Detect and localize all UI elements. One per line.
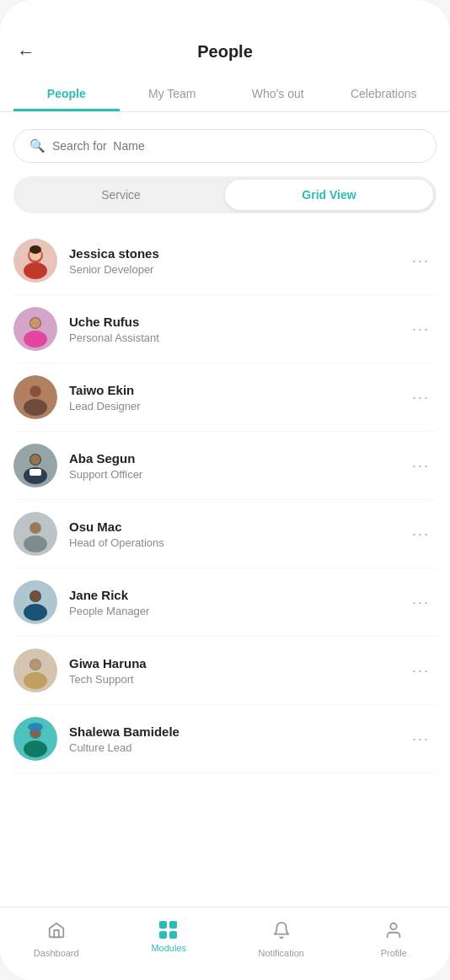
view-toggle: Service Grid View [13,176,437,213]
svg-point-25 [30,591,40,601]
list-item: Shalewa Bamidele Culture Lead ··· [13,705,437,773]
svg-point-35 [391,923,397,929]
person-info: Uche Rufus Personal Assistant [69,315,394,344]
svg-point-24 [24,604,47,621]
svg-rect-17 [29,469,41,476]
more-options-button[interactable]: ··· [405,317,437,342]
svg-point-4 [29,245,41,254]
nav-profile[interactable]: Profile [338,916,451,963]
list-item: Osu Mac Head of Operations ··· [13,500,437,568]
search-icon: 🔍 [29,138,46,153]
app-container: ← People People My Team Who's out Celebr… [0,0,450,980]
list-item: Giwa Haruna Tech Support ··· [13,637,437,705]
svg-point-12 [30,386,40,396]
tab-people[interactable]: People [13,75,120,111]
list-item: Jessica stones Senior Developer ··· [13,227,437,295]
svg-point-20 [24,536,47,552]
nav-notification-label: Notification [259,948,304,958]
svg-point-7 [24,331,47,347]
svg-point-32 [24,740,47,757]
grid-view-toggle-btn[interactable]: Grid View [225,180,433,210]
person-name: Osu Mac [69,520,394,534]
person-name: Taiwo Ekin [69,383,394,397]
avatar [13,444,57,487]
bell-icon [272,921,291,945]
home-icon [47,921,66,945]
more-options-button[interactable]: ··· [405,522,437,547]
svg-point-34 [28,723,43,731]
list-item: Taiwo Ekin Lead Designer ··· [13,363,437,432]
avatar [13,239,57,283]
search-input[interactable] [52,139,421,153]
person-role: Senior Developer [69,263,394,276]
nav-dashboard-label: Dashboard [34,948,79,958]
nav-notification[interactable]: Notification [225,916,338,963]
nav-dashboard[interactable]: Dashboard [0,916,113,963]
svg-point-16 [30,455,40,465]
list-item: Uche Rufus Personal Assistant ··· [13,295,437,363]
bottom-nav: Dashboard Modules Notification [0,907,450,980]
person-info: Jane Rick People Manager [69,588,394,617]
more-options-button[interactable]: ··· [405,659,437,683]
person-info: Giwa Haruna Tech Support [69,656,394,686]
more-options-button[interactable]: ··· [405,249,437,273]
nav-modules-label: Modules [151,943,186,953]
more-options-button[interactable]: ··· [405,454,437,478]
person-name: Jane Rick [69,588,394,602]
person-icon [384,921,403,945]
list-item: Aba Segun Support Officer ··· [13,432,437,500]
search-wrapper: 🔍 [13,129,437,163]
person-role: Lead Designer [69,400,394,412]
more-options-button[interactable]: ··· [405,727,437,751]
header: ← People [0,0,450,75]
person-name: Jessica stones [69,246,394,261]
person-info: Taiwo Ekin Lead Designer [69,383,394,412]
tab-celebrations[interactable]: Celebrations [331,75,437,111]
search-container: 🔍 [0,112,450,173]
person-info: Aba Segun Support Officer [69,451,394,481]
nav-profile-label: Profile [381,948,407,958]
svg-point-8 [30,318,40,328]
svg-point-11 [24,399,47,416]
person-name: Giwa Haruna [69,656,394,670]
avatar [13,375,57,419]
person-name: Uche Rufus [69,315,394,329]
avatar [13,717,57,761]
avatar [13,649,57,692]
more-options-button[interactable]: ··· [405,385,437,410]
svg-point-28 [24,672,47,689]
people-list: Jessica stones Senior Developer ··· Uche… [0,227,450,907]
tabs-bar: People My Team Who's out Celebrations [0,75,450,112]
svg-point-2 [24,262,47,279]
person-role: Support Officer [69,468,394,481]
back-button[interactable]: ← [17,41,35,63]
page-title: People [197,42,253,62]
person-info: Jessica stones Senior Developer [69,246,394,276]
modules-icon [159,921,178,940]
svg-point-21 [30,523,40,533]
avatar [13,580,57,624]
person-role: Personal Assistant [69,331,394,344]
person-info: Shalewa Bamidele Culture Lead [69,724,394,754]
person-role: Culture Lead [69,741,394,754]
service-toggle-btn[interactable]: Service [17,180,225,210]
list-item: Jane Rick People Manager ··· [13,568,437,637]
person-role: Head of Operations [69,536,394,549]
tab-my-team[interactable]: My Team [120,75,226,111]
more-options-button[interactable]: ··· [405,590,437,615]
avatar [13,307,57,351]
person-name: Shalewa Bamidele [69,724,394,739]
avatar [13,512,57,556]
tab-whos-out[interactable]: Who's out [225,75,331,111]
svg-point-29 [30,660,40,670]
nav-modules[interactable]: Modules [113,916,226,963]
person-role: Tech Support [69,673,394,686]
person-role: People Manager [69,605,394,617]
person-name: Aba Segun [69,451,394,466]
person-info: Osu Mac Head of Operations [69,520,394,549]
